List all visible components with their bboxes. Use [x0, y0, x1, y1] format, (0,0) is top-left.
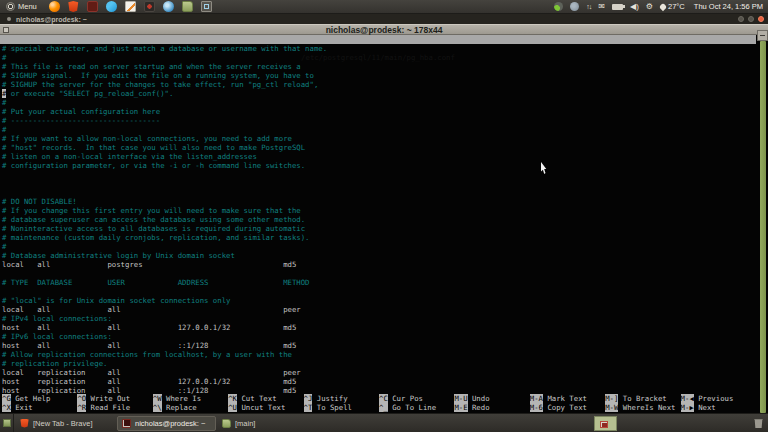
- shortcut-key: ^X: [2, 403, 11, 412]
- terminal-line: # Database administrative login by Unix …: [2, 251, 756, 260]
- taskbar-window-button[interactable]: [New Tab - Brave]: [16, 416, 115, 431]
- folder-icon[interactable]: [182, 1, 193, 12]
- taskbar-window-button[interactable]: [main]: [218, 416, 317, 431]
- nano-shortcut: ^X Exit: [2, 403, 77, 412]
- terminal-viewport: GNU nano 2.9.3 /etc/postgresql/11/main/p…: [0, 35, 768, 413]
- nano-shortcut: M-U Undo: [454, 394, 529, 403]
- nano-shortcut: ^U Uncut Text: [228, 403, 303, 412]
- clock-applet[interactable]: Thu Oct 24, 1:56 PM: [692, 2, 763, 11]
- shortcut-key: ^U: [228, 403, 237, 412]
- terminal-line: [2, 269, 756, 278]
- launcher-icons: [49, 1, 212, 12]
- terminal-line: # TYPE DATABASE USER ADDRESS METHOD: [2, 278, 756, 287]
- nano-shortcut: ^\ Replace: [153, 403, 228, 412]
- nano-shortcut: ^R Read File: [77, 403, 152, 412]
- nano-shortcut: ^O Write Out: [77, 394, 152, 403]
- shortcut-key: ^W: [153, 394, 162, 403]
- nano-shortcut: ^K Cut Text: [228, 394, 303, 403]
- window-title: nicholas@prodesk: ~: [16, 16, 87, 23]
- terminal-line: local all all peer: [2, 305, 756, 314]
- nano-shortcut: M-▶ Next: [681, 403, 756, 412]
- shortcut-key: ^J: [304, 394, 313, 403]
- nano-shortcut: ^W Where Is: [153, 394, 228, 403]
- weather-applet[interactable]: 27°C: [660, 2, 685, 11]
- shortcut-key: ^K: [228, 394, 237, 403]
- terminal-tab-bar: nicholas@prodesk: ~ 178x44: [0, 24, 768, 35]
- nano-shortcut: ^C Cur Pos: [379, 394, 454, 403]
- workspace-window-thumb: [600, 421, 608, 428]
- nano-shortcut: ^G Get Help: [2, 394, 77, 403]
- terminal-line: [2, 188, 756, 197]
- nano-shortcuts: ^G Get Help^O Write Out^W Where Is^K Cut…: [2, 394, 756, 412]
- updates-icon[interactable]: [570, 2, 579, 11]
- media-icon[interactable]: [87, 1, 98, 12]
- top-panel: Menu ↑↓✉◀)⚙ 27°C Thu Oct 24, 1:56 PM: [0, 0, 768, 14]
- shortcut-key: M-W: [605, 403, 618, 412]
- sync-icon[interactable]: [163, 1, 174, 12]
- shortcut-key: ^C: [379, 394, 388, 403]
- window-app-icon: [7, 17, 11, 21]
- terminal-line: # database superuser can access the data…: [2, 215, 756, 224]
- terminal-line: # "host" records. In that case you will …: [2, 143, 756, 152]
- taskbar-window-label: [main]: [235, 419, 255, 428]
- mate-logo-icon: [6, 2, 15, 11]
- taskbar-window-button[interactable]: nicholas@prodesk: ~: [117, 416, 216, 431]
- volume-icon[interactable]: ◀): [630, 2, 639, 11]
- folder-icon: [222, 419, 231, 428]
- shortcut-key: M-]: [605, 394, 618, 403]
- terminal-line: #: [2, 98, 756, 107]
- keyring-icon[interactable]: [554, 2, 563, 11]
- brave-icon: [20, 419, 29, 428]
- shortcut-key: M-▶: [681, 403, 694, 412]
- shortcut-key: ^O: [77, 394, 86, 403]
- terminal-line: # If you want to allow non-local connect…: [2, 134, 756, 143]
- nano-shortcut: M-W WhereIs Next: [605, 403, 680, 412]
- shortcut-key: M-◀: [681, 394, 694, 403]
- show-desktop-icon: [3, 419, 11, 427]
- terminal-scrollbar[interactable]: [760, 41, 766, 413]
- network-traffic-icon[interactable]: ↑↓: [586, 2, 591, 11]
- maximize-button[interactable]: [748, 16, 754, 22]
- taskbar-window-label: nicholas@prodesk: ~: [135, 419, 205, 428]
- editor-icon[interactable]: [125, 1, 136, 12]
- terminal-line: [2, 170, 756, 179]
- workspace-switcher[interactable]: [594, 416, 617, 431]
- bottom-panel: [New Tab - Brave]nicholas@prodesk: ~[mai…: [0, 413, 768, 432]
- shortcut-key: ^T: [304, 403, 313, 412]
- menu-label: Menu: [18, 2, 37, 11]
- firefox-icon[interactable]: [49, 1, 60, 12]
- terminal-line: # Put your actual configuration here: [2, 107, 756, 116]
- terminal-line: #: [2, 125, 756, 134]
- nano-shortcut: ^_ Go To Line: [379, 403, 454, 412]
- terminal-line: # Allow replication connections from loc…: [2, 350, 756, 359]
- terminal-line: local replication all peer: [2, 368, 756, 377]
- screenshot-icon[interactable]: [201, 1, 212, 12]
- minimize-button[interactable]: [738, 16, 744, 22]
- close-button[interactable]: [758, 16, 764, 22]
- shortcut-key: M-U: [454, 394, 467, 403]
- brave-icon[interactable]: [68, 1, 79, 12]
- menu-button[interactable]: Menu: [0, 0, 43, 13]
- nano-shortcut: ^T To Spell: [304, 403, 379, 412]
- mail-icon[interactable]: ✉: [598, 2, 605, 11]
- terminal-line: # ----------------------------------: [2, 116, 756, 125]
- terminal-line: # If you change this first entry you wil…: [2, 206, 756, 215]
- video-icon[interactable]: [144, 1, 155, 12]
- scrollbar-stepper-button[interactable]: [757, 30, 768, 41]
- text-cursor: #: [2, 89, 6, 98]
- terminal-line: local all postgres md5: [2, 260, 756, 269]
- terminal-titlebar[interactable]: nicholas@prodesk: ~: [0, 14, 768, 24]
- window-controls: [738, 16, 768, 22]
- trash-applet[interactable]: [751, 416, 766, 431]
- terminal-tab[interactable]: nicholas@prodesk: ~ 178x44: [0, 25, 768, 35]
- telegram-icon[interactable]: [106, 1, 117, 12]
- settings-gear-icon[interactable]: ⚙: [646, 2, 653, 11]
- show-desktop-button[interactable]: [0, 414, 14, 432]
- nano-shortcut: M-A Mark Text: [530, 394, 605, 403]
- terminal-line: # SIGHUP signal. If you edit the file on…: [2, 71, 756, 80]
- terminal-line: # listen on a non-local interface via th…: [2, 152, 756, 161]
- battery-icon[interactable]: [612, 4, 623, 10]
- terminal-line: # special character, and just match a da…: [2, 44, 756, 53]
- nano-header: GNU nano 2.9.3 /etc/postgresql/11/main/p…: [0, 35, 756, 44]
- terminal-line: # DO NOT DISABLE!: [2, 197, 756, 206]
